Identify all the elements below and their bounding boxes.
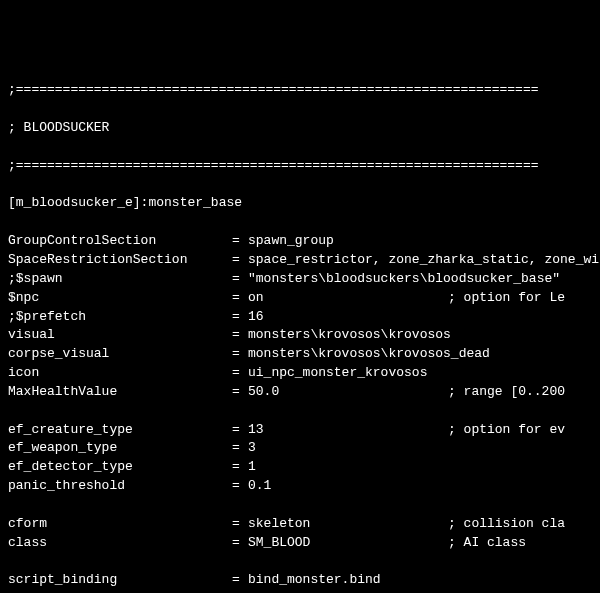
config-line: ef_detector_type= 1 — [8, 458, 596, 477]
blank-line — [8, 496, 596, 515]
config-value: monsters\krovosos\krovosos_dead — [248, 345, 596, 364]
config-key: class — [8, 534, 232, 553]
equals-sign: = — [232, 289, 248, 308]
config-value: skeleton — [248, 515, 448, 534]
config-line: GroupControlSection= spawn_group — [8, 232, 596, 251]
config-value: 0.1 — [248, 477, 448, 496]
config-value: monsters\krovosos\krovosos — [248, 326, 448, 345]
equals-sign: = — [232, 383, 248, 402]
config-comment: ; collision cla — [448, 515, 596, 534]
config-comment: ; option for ev — [448, 421, 596, 440]
config-key: SpaceRestrictionSection — [8, 251, 232, 270]
equals-sign: = — [232, 345, 248, 364]
config-comment — [448, 439, 596, 458]
config-value: SM_BLOOD — [248, 534, 448, 553]
config-line: script_binding= bind_monster.bind — [8, 571, 596, 590]
equals-sign: = — [232, 326, 248, 345]
config-line: cform= skeleton; collision cla — [8, 515, 596, 534]
config-comment — [448, 232, 596, 251]
section-header: ; BLOODSUCKER — [8, 119, 596, 138]
equals-sign: = — [232, 308, 248, 327]
config-line: visual= monsters\krovosos\krovosos — [8, 326, 596, 345]
config-value: 50.0 — [248, 383, 448, 402]
config-value: spawn_group — [248, 232, 448, 251]
config-value: 13 — [248, 421, 448, 440]
equals-sign: = — [232, 421, 248, 440]
config-value: 1 — [248, 458, 448, 477]
blank-line — [8, 552, 596, 571]
config-key: corpse_visual — [8, 345, 232, 364]
config-line: icon= ui_npc_monster_krovosos — [8, 364, 596, 383]
config-line: panic_threshold= 0.1 — [8, 477, 596, 496]
config-comment: ; range [0..200 — [448, 383, 596, 402]
config-comment — [448, 458, 596, 477]
config-key: visual — [8, 326, 232, 345]
equals-sign: = — [232, 232, 248, 251]
config-key: ;$prefetch — [8, 308, 232, 327]
config-line: SpaceRestrictionSection = space_restrict… — [8, 251, 596, 270]
section-decl: [m_bloodsucker_e]:monster_base — [8, 194, 596, 213]
equals-sign: = — [232, 364, 248, 383]
config-line: MaxHealthValue= 50.0; range [0..200 — [8, 383, 596, 402]
config-key: ;$spawn — [8, 270, 232, 289]
equals-sign: = — [232, 515, 248, 534]
config-value: 3 — [248, 439, 448, 458]
config-key: icon — [8, 364, 232, 383]
config-key: $npc — [8, 289, 232, 308]
config-comment: ; AI class — [448, 534, 596, 553]
config-key: MaxHealthValue — [8, 383, 232, 402]
config-line: corpse_visual= monsters\krovosos\krovoso… — [8, 345, 596, 364]
separator-header: ;=======================================… — [8, 157, 596, 176]
equals-sign: = — [232, 477, 248, 496]
config-key: ef_weapon_type — [8, 439, 232, 458]
config-value: ui_npc_monster_krovosos — [248, 364, 448, 383]
config-comment — [448, 477, 596, 496]
config-key: script_binding — [8, 571, 232, 590]
config-line: ef_weapon_type= 3 — [8, 439, 596, 458]
config-lines: GroupControlSection= spawn_groupSpaceRes… — [8, 232, 596, 593]
equals-sign: = — [232, 270, 248, 289]
config-key: ef_detector_type — [8, 458, 232, 477]
config-comment — [448, 326, 596, 345]
config-line: ;$spawn= "monsters\bloodsuckers\bloodsuc… — [8, 270, 596, 289]
blank-line — [8, 402, 596, 421]
equals-sign: = — [232, 251, 248, 270]
config-key: cform — [8, 515, 232, 534]
config-line: $npc= on; option for Le — [8, 289, 596, 308]
equals-sign: = — [232, 571, 248, 590]
config-line: ef_creature_type= 13; option for ev — [8, 421, 596, 440]
config-value: bind_monster.bind — [248, 571, 448, 590]
separator-top: ;=======================================… — [8, 81, 596, 100]
config-line: ;$prefetch= 16 — [8, 308, 596, 327]
equals-sign: = — [232, 458, 248, 477]
config-value: 16 — [248, 308, 448, 327]
config-value: on — [248, 289, 448, 308]
config-value: space_restrictor, zone_zharka_static, zo… — [248, 251, 600, 270]
config-key: ef_creature_type — [8, 421, 232, 440]
config-comment — [448, 364, 596, 383]
config-key: GroupControlSection — [8, 232, 232, 251]
config-comment: ; option for Le — [448, 289, 596, 308]
config-comment — [448, 571, 596, 590]
config-key: panic_threshold — [8, 477, 232, 496]
equals-sign: = — [232, 534, 248, 553]
config-line: class= SM_BLOOD; AI class — [8, 534, 596, 553]
config-comment — [448, 308, 596, 327]
config-value: "monsters\bloodsuckers\bloodsucker_base" — [248, 270, 596, 289]
equals-sign: = — [232, 439, 248, 458]
